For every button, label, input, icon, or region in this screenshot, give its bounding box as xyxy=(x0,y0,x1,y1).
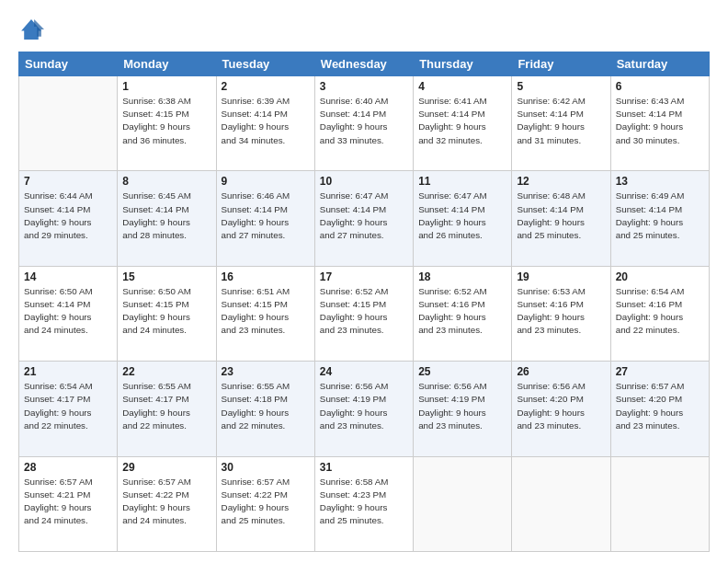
day-number: 9 xyxy=(222,175,310,188)
week-row-2: 7Sunrise: 6:44 AMSunset: 4:14 PMDaylight… xyxy=(19,171,710,266)
day-info: Sunrise: 6:54 AMSunset: 4:17 PMDaylight:… xyxy=(24,380,112,432)
day-info: Sunrise: 6:38 AMSunset: 4:15 PMDaylight:… xyxy=(122,95,210,147)
header xyxy=(18,17,710,42)
header-day-tuesday: Tuesday xyxy=(216,52,314,76)
day-info: Sunrise: 6:58 AMSunset: 4:23 PMDaylight:… xyxy=(320,476,408,528)
day-info: Sunrise: 6:57 AMSunset: 4:20 PMDaylight:… xyxy=(616,380,704,432)
day-cell: 28Sunrise: 6:57 AMSunset: 4:21 PMDayligh… xyxy=(19,456,118,551)
day-cell: 20Sunrise: 6:54 AMSunset: 4:16 PMDayligh… xyxy=(610,266,709,361)
day-info: Sunrise: 6:53 AMSunset: 4:16 PMDaylight:… xyxy=(517,285,605,338)
day-cell: 19Sunrise: 6:53 AMSunset: 4:16 PMDayligh… xyxy=(512,266,610,361)
day-info: Sunrise: 6:48 AMSunset: 4:14 PMDaylight:… xyxy=(517,190,605,242)
day-number: 13 xyxy=(616,175,704,188)
day-number: 18 xyxy=(418,270,506,283)
day-cell: 15Sunrise: 6:50 AMSunset: 4:15 PMDayligh… xyxy=(118,266,216,361)
header-day-sunday: Sunday xyxy=(19,52,118,76)
day-cell: 17Sunrise: 6:52 AMSunset: 4:15 PMDayligh… xyxy=(314,266,413,361)
day-cell: 31Sunrise: 6:58 AMSunset: 4:23 PMDayligh… xyxy=(314,456,413,551)
day-cell: 18Sunrise: 6:52 AMSunset: 4:16 PMDayligh… xyxy=(414,266,512,361)
header-day-wednesday: Wednesday xyxy=(314,52,413,76)
day-cell: 24Sunrise: 6:56 AMSunset: 4:19 PMDayligh… xyxy=(314,362,413,456)
day-number: 11 xyxy=(418,175,506,188)
day-number: 29 xyxy=(122,461,210,474)
day-info: Sunrise: 6:55 AMSunset: 4:18 PMDaylight:… xyxy=(222,380,310,432)
day-cell: 7Sunrise: 6:44 AMSunset: 4:14 PMDaylight… xyxy=(19,171,118,266)
logo-icon xyxy=(18,17,44,42)
day-number: 27 xyxy=(616,365,704,378)
day-info: Sunrise: 6:54 AMSunset: 4:16 PMDaylight:… xyxy=(616,285,704,338)
calendar-header: SundayMondayTuesdayWednesdayThursdayFrid… xyxy=(19,52,710,76)
day-number: 16 xyxy=(222,270,310,283)
day-cell: 13Sunrise: 6:49 AMSunset: 4:14 PMDayligh… xyxy=(610,171,709,266)
day-info: Sunrise: 6:45 AMSunset: 4:14 PMDaylight:… xyxy=(122,190,210,242)
day-info: Sunrise: 6:40 AMSunset: 4:14 PMDaylight:… xyxy=(320,95,408,147)
header-day-thursday: Thursday xyxy=(414,52,512,76)
day-number: 20 xyxy=(616,270,704,283)
day-cell: 23Sunrise: 6:55 AMSunset: 4:18 PMDayligh… xyxy=(216,362,314,456)
day-number: 7 xyxy=(24,175,112,188)
day-info: Sunrise: 6:47 AMSunset: 4:14 PMDaylight:… xyxy=(418,190,506,242)
day-number: 6 xyxy=(616,80,704,93)
day-info: Sunrise: 6:52 AMSunset: 4:16 PMDaylight:… xyxy=(418,285,506,338)
day-number: 2 xyxy=(222,80,310,93)
day-info: Sunrise: 6:44 AMSunset: 4:14 PMDaylight:… xyxy=(24,190,112,242)
day-number: 10 xyxy=(320,175,408,188)
day-info: Sunrise: 6:56 AMSunset: 4:19 PMDaylight:… xyxy=(418,380,506,432)
logo xyxy=(18,17,48,42)
header-day-monday: Monday xyxy=(118,52,216,76)
day-cell: 8Sunrise: 6:45 AMSunset: 4:14 PMDaylight… xyxy=(118,171,216,266)
day-number: 26 xyxy=(517,365,605,378)
day-info: Sunrise: 6:57 AMSunset: 4:22 PMDaylight:… xyxy=(222,476,310,528)
day-info: Sunrise: 6:50 AMSunset: 4:14 PMDaylight:… xyxy=(24,285,112,338)
week-row-4: 21Sunrise: 6:54 AMSunset: 4:17 PMDayligh… xyxy=(19,362,710,456)
day-info: Sunrise: 6:49 AMSunset: 4:14 PMDaylight:… xyxy=(616,190,704,242)
day-cell: 2Sunrise: 6:39 AMSunset: 4:14 PMDaylight… xyxy=(216,76,314,171)
day-cell: 12Sunrise: 6:48 AMSunset: 4:14 PMDayligh… xyxy=(512,171,610,266)
day-number: 21 xyxy=(24,365,112,378)
day-number: 22 xyxy=(122,365,210,378)
day-number: 4 xyxy=(418,80,506,93)
day-number: 17 xyxy=(320,270,408,283)
day-info: Sunrise: 6:56 AMSunset: 4:20 PMDaylight:… xyxy=(517,380,605,432)
day-cell: 3Sunrise: 6:40 AMSunset: 4:14 PMDaylight… xyxy=(314,76,413,171)
day-number: 3 xyxy=(320,80,408,93)
day-number: 25 xyxy=(418,365,506,378)
day-cell: 29Sunrise: 6:57 AMSunset: 4:22 PMDayligh… xyxy=(118,456,216,551)
day-cell: 11Sunrise: 6:47 AMSunset: 4:14 PMDayligh… xyxy=(414,171,512,266)
day-cell: 27Sunrise: 6:57 AMSunset: 4:20 PMDayligh… xyxy=(610,362,709,456)
page: SundayMondayTuesdayWednesdayThursdayFrid… xyxy=(0,0,728,563)
day-info: Sunrise: 6:41 AMSunset: 4:14 PMDaylight:… xyxy=(418,95,506,147)
day-cell: 16Sunrise: 6:51 AMSunset: 4:15 PMDayligh… xyxy=(216,266,314,361)
day-number: 28 xyxy=(24,461,112,474)
day-cell: 4Sunrise: 6:41 AMSunset: 4:14 PMDaylight… xyxy=(414,76,512,171)
week-row-5: 28Sunrise: 6:57 AMSunset: 4:21 PMDayligh… xyxy=(19,456,710,551)
day-number: 1 xyxy=(122,80,210,93)
header-row: SundayMondayTuesdayWednesdayThursdayFrid… xyxy=(19,52,710,76)
week-row-3: 14Sunrise: 6:50 AMSunset: 4:14 PMDayligh… xyxy=(19,266,710,361)
header-day-saturday: Saturday xyxy=(610,52,709,76)
day-cell: 10Sunrise: 6:47 AMSunset: 4:14 PMDayligh… xyxy=(314,171,413,266)
day-number: 31 xyxy=(320,461,408,474)
day-cell: 6Sunrise: 6:43 AMSunset: 4:14 PMDaylight… xyxy=(610,76,709,171)
day-info: Sunrise: 6:52 AMSunset: 4:15 PMDaylight:… xyxy=(320,285,408,338)
day-cell: 9Sunrise: 6:46 AMSunset: 4:14 PMDaylight… xyxy=(216,171,314,266)
day-number: 5 xyxy=(517,80,605,93)
day-info: Sunrise: 6:57 AMSunset: 4:21 PMDaylight:… xyxy=(24,476,112,528)
day-number: 30 xyxy=(222,461,310,474)
day-info: Sunrise: 6:51 AMSunset: 4:15 PMDaylight:… xyxy=(222,285,310,338)
day-number: 19 xyxy=(517,270,605,283)
header-day-friday: Friday xyxy=(512,52,610,76)
day-cell xyxy=(512,456,610,551)
day-number: 15 xyxy=(122,270,210,283)
day-cell xyxy=(610,456,709,551)
day-info: Sunrise: 6:39 AMSunset: 4:14 PMDaylight:… xyxy=(222,95,310,147)
day-info: Sunrise: 6:42 AMSunset: 4:14 PMDaylight:… xyxy=(517,95,605,147)
day-cell: 22Sunrise: 6:55 AMSunset: 4:17 PMDayligh… xyxy=(118,362,216,456)
day-cell: 14Sunrise: 6:50 AMSunset: 4:14 PMDayligh… xyxy=(19,266,118,361)
day-cell: 1Sunrise: 6:38 AMSunset: 4:15 PMDaylight… xyxy=(118,76,216,171)
calendar-table: SundayMondayTuesdayWednesdayThursdayFrid… xyxy=(18,52,710,552)
day-info: Sunrise: 6:56 AMSunset: 4:19 PMDaylight:… xyxy=(320,380,408,432)
day-cell xyxy=(19,76,118,171)
day-number: 8 xyxy=(122,175,210,188)
day-cell: 26Sunrise: 6:56 AMSunset: 4:20 PMDayligh… xyxy=(512,362,610,456)
